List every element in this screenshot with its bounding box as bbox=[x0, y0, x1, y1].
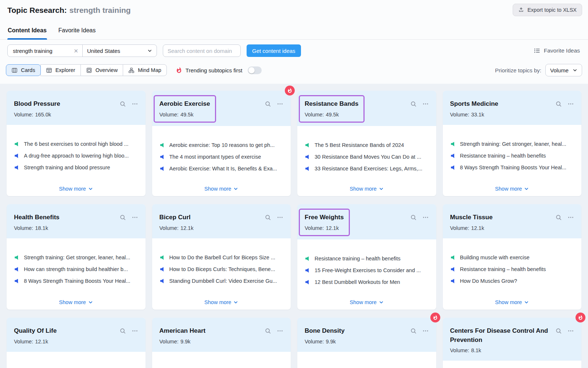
content-idea[interactable]: The 4 most important types of exercise bbox=[159, 154, 284, 160]
content-idea[interactable]: Strength training and blood pressure bbox=[14, 165, 138, 170]
view-explorer-button[interactable]: Explorer bbox=[40, 64, 81, 76]
search-topic-icon[interactable] bbox=[119, 214, 126, 221]
idea-list: Aerobic exercise: Top 10 reasons to get … bbox=[159, 142, 284, 172]
tab-favorite-ideas[interactable]: Favorite Ideas bbox=[58, 24, 96, 39]
content-idea[interactable]: How to Do Biceps Curls: Techniques, Bene… bbox=[159, 266, 284, 272]
content-idea[interactable]: Aerobic exercise: Top 10 reasons to get … bbox=[159, 142, 284, 148]
clear-icon[interactable]: ✕ bbox=[74, 48, 78, 54]
card-title[interactable]: Aerobic Exercise bbox=[159, 100, 210, 109]
content-idea[interactable]: 12 Best Dumbbell Workouts for Men bbox=[305, 279, 429, 285]
idea-list: How to Do the Barbell Curl for Biceps Si… bbox=[159, 255, 284, 284]
show-more-link[interactable]: Show more bbox=[59, 294, 93, 305]
card-title[interactable]: Quality Of Life bbox=[14, 326, 57, 336]
country-select[interactable]: United States bbox=[82, 45, 157, 57]
content-idea[interactable]: A drug-free approach to lowering high bl… bbox=[14, 153, 138, 159]
content-idea[interactable]: How can strength training build healthie… bbox=[14, 266, 138, 272]
card-body: Aerobic exercise: Top 10 reasons to get … bbox=[152, 126, 291, 196]
megaphone-icon bbox=[14, 165, 20, 170]
card-title[interactable]: Muscle Tissue bbox=[450, 213, 493, 222]
search-topic-icon[interactable] bbox=[410, 214, 417, 221]
content-idea[interactable]: Resistance training – health benefits bbox=[450, 266, 574, 272]
card-header: Resistance Bands Volume:49.5k bbox=[297, 91, 436, 126]
more-options-icon[interactable] bbox=[277, 328, 283, 334]
trending-toggle[interactable] bbox=[248, 66, 262, 74]
view-mindmap-button[interactable]: Mind Map bbox=[123, 64, 167, 76]
show-more-link[interactable]: Show more bbox=[495, 181, 529, 192]
content-idea[interactable]: 33 Resistance Band Exercises: Legs, Arms… bbox=[305, 166, 429, 172]
more-options-icon[interactable] bbox=[422, 328, 429, 334]
chevron-down-icon bbox=[147, 48, 152, 53]
more-options-icon[interactable] bbox=[132, 328, 138, 334]
topic-search-input[interactable] bbox=[12, 47, 71, 54]
search-topic-icon[interactable] bbox=[410, 328, 417, 334]
card-title[interactable]: Bone Density bbox=[305, 326, 345, 336]
prioritize-select[interactable]: Volume bbox=[545, 64, 582, 76]
more-options-icon[interactable] bbox=[422, 214, 429, 221]
view-cards-button[interactable]: Cards bbox=[6, 64, 41, 76]
show-more-link[interactable]: Show more bbox=[59, 181, 93, 192]
show-more-link[interactable]: Show more bbox=[204, 181, 238, 192]
more-options-icon[interactable] bbox=[277, 214, 283, 221]
card-title-group: Health Benefits Volume:18.1k bbox=[14, 213, 60, 231]
show-more-link[interactable]: Show more bbox=[350, 294, 384, 305]
search-topic-icon[interactable] bbox=[410, 101, 417, 107]
search-topic-icon[interactable] bbox=[265, 328, 271, 334]
page-title-prefix: Topic Research: bbox=[7, 6, 67, 14]
search-topic-icon[interactable] bbox=[555, 101, 562, 107]
content-idea[interactable]: 15 Free-Weight Exercises to Consider and… bbox=[305, 267, 429, 273]
megaphone-icon bbox=[450, 278, 456, 284]
card-header: Health Benefits Volume:18.1k bbox=[7, 204, 146, 238]
content-idea[interactable]: Aerobic Exercise: What It Is, Benefits &… bbox=[159, 166, 284, 172]
content-idea[interactable]: 8 Ways Strength Training Boosts Your Hea… bbox=[450, 165, 574, 170]
more-options-icon[interactable] bbox=[132, 101, 138, 107]
card-title[interactable]: Resistance Bands bbox=[305, 100, 358, 109]
content-idea[interactable]: 8 Ways Strength Training Boosts Your Hea… bbox=[14, 278, 138, 284]
content-idea[interactable]: Strength training: Get stronger, leaner,… bbox=[14, 255, 138, 260]
favorite-ideas-link[interactable]: Favorite Ideas bbox=[534, 47, 582, 54]
content-idea[interactable]: 30 Resistance Band Moves You Can Do at .… bbox=[305, 154, 429, 160]
more-options-icon[interactable] bbox=[567, 328, 574, 334]
domain-search-input[interactable] bbox=[163, 44, 241, 57]
content-idea[interactable]: Resistance training – health benefits bbox=[450, 153, 574, 159]
content-idea[interactable]: Building muscle with exercise bbox=[450, 255, 574, 260]
card-title[interactable]: Sports Medicine bbox=[450, 100, 498, 109]
card-actions bbox=[119, 328, 138, 334]
more-options-icon[interactable] bbox=[422, 101, 429, 107]
search-topic-icon[interactable] bbox=[265, 214, 271, 221]
more-options-icon[interactable] bbox=[277, 101, 283, 107]
card-title-group: American Heart Volume:9.9k bbox=[159, 326, 206, 344]
more-options-icon[interactable] bbox=[132, 214, 138, 221]
get-content-ideas-button[interactable]: Get content ideas bbox=[247, 44, 301, 57]
more-options-icon[interactable] bbox=[567, 101, 574, 107]
search-topic-icon[interactable] bbox=[555, 214, 562, 221]
show-more-link[interactable]: Show more bbox=[495, 294, 529, 305]
content-idea[interactable]: How to Do the Barbell Curl for Biceps Si… bbox=[159, 255, 284, 260]
content-idea[interactable]: How Do Muscles Grow? bbox=[450, 278, 574, 284]
card-title[interactable]: Blood Pressure bbox=[14, 100, 60, 109]
content-idea[interactable]: Standing Dumbbell Curl: Video Exercise G… bbox=[159, 278, 284, 284]
trending-subtopics-control: Trending subtopics first bbox=[176, 66, 262, 74]
card-title[interactable]: Free Weights bbox=[305, 213, 344, 222]
card-title[interactable]: American Heart bbox=[159, 326, 206, 336]
view-overview-button[interactable]: Overview bbox=[80, 64, 123, 76]
search-topic-icon[interactable] bbox=[555, 328, 562, 334]
more-options-icon[interactable] bbox=[567, 214, 574, 221]
show-more-link[interactable]: Show more bbox=[350, 181, 384, 192]
card-title[interactable]: Centers For Disease Control And Preventi… bbox=[450, 326, 556, 344]
search-topic-icon[interactable] bbox=[265, 101, 271, 107]
export-xlsx-button[interactable]: Export topic to XLSX bbox=[513, 4, 582, 16]
content-idea[interactable]: Strength training: Get stronger, leaner,… bbox=[450, 141, 574, 147]
content-idea[interactable]: The 5 Best Resistance Bands of 2024 bbox=[305, 142, 429, 148]
show-more-link[interactable]: Show more bbox=[204, 294, 238, 305]
card-header: Blood Pressure Volume:165.0k bbox=[7, 91, 146, 125]
tab-content-ideas[interactable]: Content Ideas bbox=[7, 24, 47, 39]
search-topic-icon[interactable] bbox=[119, 101, 126, 107]
card-title[interactable]: Health Benefits bbox=[14, 213, 60, 222]
content-idea[interactable]: The 6 best exercises to control high blo… bbox=[14, 141, 138, 147]
megaphone-icon bbox=[14, 141, 20, 147]
megaphone-icon bbox=[159, 154, 165, 160]
card-title[interactable]: Bicep Curl bbox=[159, 213, 194, 222]
search-topic-icon[interactable] bbox=[119, 328, 126, 334]
topic-card: Centers For Disease Control And Preventi… bbox=[443, 318, 582, 368]
content-idea[interactable]: Resistance training – health benefits bbox=[305, 256, 429, 261]
